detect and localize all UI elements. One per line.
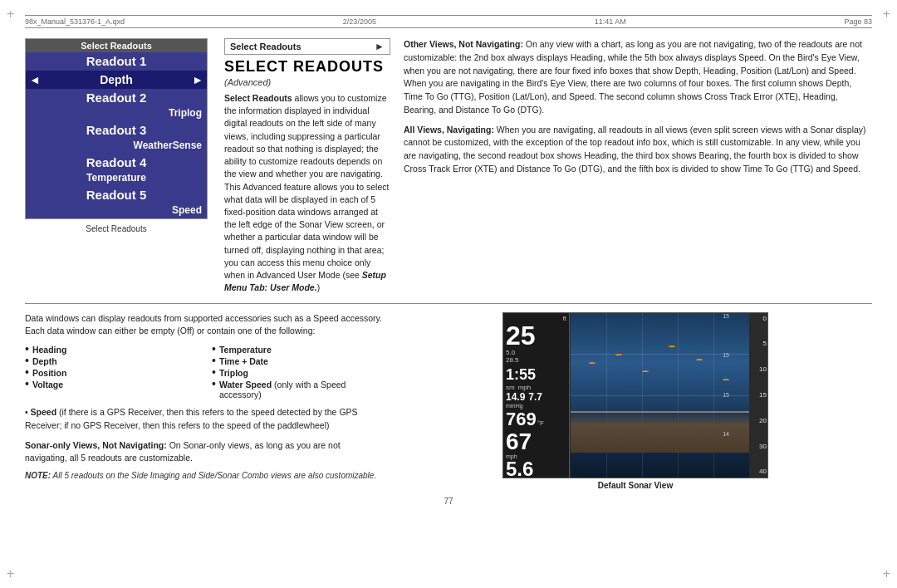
bullet-time-date: • Time + Date: [212, 356, 382, 366]
scale-30: 30: [750, 443, 767, 450]
text-column: Other Views, Not Navigating: On any view…: [404, 38, 872, 295]
right-panel: Select Readouts ► SELECT READOUTS (Advan…: [224, 38, 872, 295]
sr-description: Select Readouts allows you to customize …: [224, 92, 390, 295]
sr-desc-bold: Select Readouts: [224, 93, 292, 103]
header-date: 2/23/2005: [343, 17, 376, 26]
sr-arrow: ►: [375, 41, 385, 52]
sonar-only-text: Sonar-only Views, Not Navigating: On Son…: [25, 439, 382, 466]
sonar-image: ft 25 5.0 28.5 1:55 sm mph 14.9: [502, 312, 768, 478]
speed-note: • Speed (if there is a GPS Receiver, the…: [25, 406, 382, 433]
note-text: NOTE: All 5 readouts on the Side Imaging…: [25, 470, 382, 482]
v-tick-3: [678, 313, 679, 478]
sonar-main-area: 15 15 15 14: [571, 313, 749, 478]
sonar-speed-right: 7.7: [528, 391, 542, 403]
menu-temperature[interactable]: Temperature: [26, 171, 207, 186]
menu-depth-right-arrow: ►: [192, 72, 203, 87]
sonar-time-val: 1:55: [506, 366, 536, 384]
menu-readout1[interactable]: Readout 1: [26, 52, 207, 71]
bullet-dot: •: [25, 378, 29, 390]
menu-caption: Select Readouts: [25, 224, 208, 233]
sonar-caption: Default Sonar View: [598, 481, 673, 490]
bullet-triplog-label: Triplog: [219, 368, 248, 378]
para-other-views: Other Views, Not Navigating: On any view…: [404, 38, 872, 117]
sr-advanced-label: (Advanced): [224, 77, 390, 87]
scale-label-0: 15: [723, 313, 729, 319]
header-page: Page 83: [844, 17, 872, 26]
speed-bold: Speed: [31, 407, 57, 417]
bullet-list: • Heading • Temperature • Depth • Time +…: [25, 345, 382, 399]
intro-text: Data windows can display readouts from s…: [25, 312, 382, 339]
menu-readout5[interactable]: Readout 5: [26, 186, 207, 204]
bullet-dot: •: [212, 378, 216, 390]
scale-label-1: 15: [723, 352, 729, 358]
bullet-depth-label: Depth: [32, 356, 57, 366]
scale-15: 15: [750, 391, 767, 399]
sonar-67: 67: [506, 430, 566, 453]
sonar-5-6: 5.6: [506, 459, 566, 478]
menu-depth-left-arrow: ◄: [29, 72, 41, 87]
corner-cross-bl: +: [7, 566, 14, 581]
sonar-sm-label: sm: [506, 384, 515, 391]
sr-setup-menu-bold: Setup Menu Tab: User Mode.: [224, 270, 386, 292]
bullet-voltage-label: Voltage: [32, 380, 63, 390]
menu-speed[interactable]: Speed: [26, 203, 207, 218]
sonar-mph-label: mph: [518, 384, 532, 391]
bullet-temperature: • Temperature: [212, 345, 382, 355]
fish-2: [615, 354, 622, 357]
menu-triplog[interactable]: Triplog: [26, 106, 207, 121]
page-container: + + + + 98x_Manual_531376-1_A.qxd 2/23/2…: [0, 0, 897, 588]
sonar-right-scale: 0 5 10 15 20 30 40: [749, 313, 767, 478]
bottom-left: Data windows can display readouts from s…: [25, 312, 382, 490]
bottom-section: Data windows can display readouts from s…: [25, 312, 872, 490]
fish-5: [696, 359, 703, 362]
bullet-position-label: Position: [32, 368, 66, 378]
corner-cross-br: +: [883, 566, 890, 581]
scale-5: 5: [750, 340, 767, 347]
fish-3: [642, 370, 649, 374]
bullet-dot: •: [212, 343, 216, 355]
sr-title-box: Select Readouts ►: [224, 38, 390, 55]
sonar-769: 769: [506, 409, 537, 430]
bullet-water-speed-label: Water Speed (only with a Speed accessory…: [219, 380, 382, 399]
middle-column: Select Readouts ► SELECT READOUTS (Advan…: [224, 38, 390, 295]
menu-readout2[interactable]: Readout 2: [26, 89, 207, 107]
scale-20: 20: [750, 417, 767, 424]
v-tick-4: [713, 313, 714, 478]
sonar-section: ft 25 5.0 28.5 1:55 sm mph 14.9: [399, 312, 872, 490]
note-bold: NOTE:: [25, 471, 51, 480]
bullet-dot: •: [212, 355, 216, 366]
menu-readout4[interactable]: Readout 4: [26, 154, 207, 172]
bullet-voltage: • Voltage: [25, 380, 195, 399]
menu-depth[interactable]: ◄ Depth ►: [26, 71, 207, 89]
menu-weathersense[interactable]: WeatherSense: [26, 139, 207, 154]
corner-cross-tl: +: [7, 7, 14, 22]
menu-depth-label: Depth: [100, 72, 133, 87]
select-readouts-main-title: SELECT READOUTS: [224, 58, 390, 76]
header-bar: 98x_Manual_531376-1_A.qxd 2/23/2005 11:4…: [25, 15, 872, 28]
fish-4: [669, 345, 675, 349]
para-all-views: All Views, Navigating: When you are navi…: [404, 124, 872, 176]
sr-title-text: Select Readouts: [230, 42, 301, 51]
menu-header: Select Readouts: [26, 39, 207, 52]
scale-40: 40: [750, 468, 767, 475]
sonar-num1: 5.0: [506, 349, 566, 357]
scale-0: 0: [750, 315, 767, 322]
fish-1: [589, 362, 596, 365]
sonar-speed-left: 14.9: [506, 391, 525, 403]
bullet-dot: •: [25, 355, 29, 366]
v-tick-2: [642, 313, 643, 478]
bullet-dot: •: [25, 343, 29, 355]
bullet-temperature-label: Temperature: [219, 345, 272, 355]
bullet-heading: • Heading: [25, 345, 195, 355]
bullet-dot: •: [212, 366, 216, 378]
page-number: 77: [25, 497, 872, 506]
menu-readout3[interactable]: Readout 3: [26, 121, 207, 140]
sonar-num2: 28.5: [506, 356, 566, 365]
sonar-speed-row: 14.9 7.7: [506, 391, 566, 403]
sonar-mmhg: mmHg: [506, 403, 566, 409]
para-other-views-label: Other Views, Not Navigating:: [404, 39, 523, 49]
main-layout: Select Readouts Readout 1 ◄ Depth ► Read…: [25, 38, 872, 295]
bullet-depth: • Depth: [25, 356, 195, 366]
sonar-big-number: 25: [506, 322, 566, 349]
sonar-small-nums: 5.0 28.5: [506, 349, 566, 365]
